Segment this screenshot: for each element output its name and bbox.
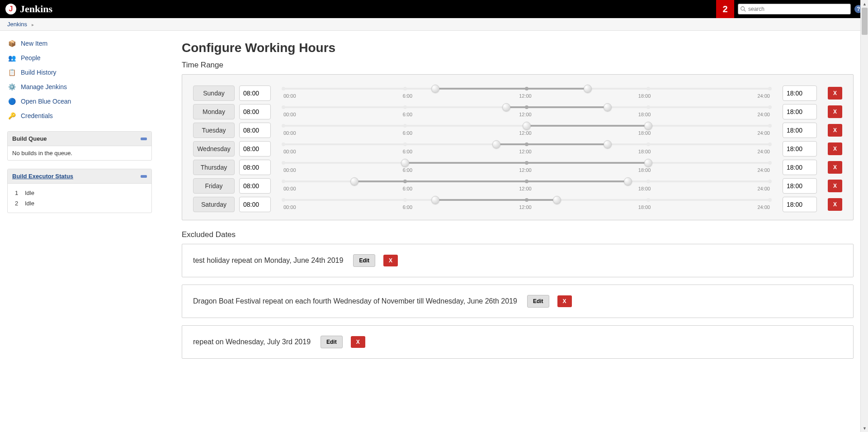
end-time-input[interactable] [783,104,817,119]
delete-button[interactable]: X [828,142,842,155]
scroll-thumb[interactable] [862,8,868,35]
time-slider[interactable]: 00:006:0012:0018:0024:00 [283,122,770,138]
slider-handle-end[interactable] [604,140,612,148]
start-time-input[interactable] [239,160,271,175]
search-box[interactable] [738,4,851,14]
breadcrumb-root[interactable]: Jenkins [7,21,27,28]
sidebar-item-new-item[interactable]: 📦New Item [7,36,152,51]
executor-title[interactable]: Build Executor Status [12,173,73,180]
end-time-input[interactable] [783,141,817,157]
credentials-icon: 🔑 [7,111,16,120]
slider-tick-label: 24:00 [757,149,770,154]
delete-button[interactable]: X [828,180,842,192]
collapse-icon[interactable] [141,175,147,178]
time-slider[interactable]: 00:006:0012:0018:0024:00 [283,85,770,101]
delete-button[interactable]: X [828,198,842,211]
slider-handle-end[interactable] [604,103,612,111]
sidebar-item-people[interactable]: 👥People [7,51,152,65]
delete-button[interactable]: X [557,295,572,307]
slider-handle-end[interactable] [624,177,632,185]
build-queue-title: Build Queue [12,135,47,142]
slider-handle-start[interactable] [523,122,531,130]
slider-handle-start[interactable] [492,140,500,148]
sidebar-item-label: Open Blue Ocean [21,98,71,105]
build-history-icon: 📋 [7,68,16,77]
delete-button[interactable]: X [351,336,365,348]
excluded-date-text: repeat on Wednesday, July 3rd 2019 [193,338,311,346]
day-row: Monday 00:006:0012:0018:0024:00 X [193,102,842,121]
delete-button[interactable]: X [828,87,842,100]
breadcrumb: Jenkins ▸ [0,18,868,31]
end-time-input[interactable] [783,85,817,101]
scroll-up-icon[interactable]: ▲ [861,0,868,8]
excluded-date-item: Dragon Boat Festival repeat on each four… [182,285,854,318]
slider-handle-end[interactable] [553,196,561,204]
slider-tick-label: 18:00 [638,167,651,173]
slider-handle-end[interactable] [584,85,592,93]
slider-handle-end[interactable] [644,159,652,167]
slider-tick-label: 6:00 [403,186,412,191]
brand[interactable]: J Jenkins [5,3,52,15]
start-time-input[interactable] [239,85,271,101]
end-time-input[interactable] [783,123,817,138]
slider-handle-start[interactable] [431,85,439,93]
start-time-input[interactable] [239,178,271,194]
slider-tick-label: 24:00 [757,112,770,117]
edit-button[interactable]: Edit [527,295,549,308]
slider-tick-label: 24:00 [757,93,770,99]
slider-tick-label: 18:00 [638,186,651,191]
manage-jenkins-icon: ⚙️ [7,82,16,91]
start-time-input[interactable] [239,104,271,119]
slider-tick-label: 6:00 [403,93,412,99]
time-range-box: Sunday 00:006:0012:0018:0024:00 X Monday… [182,74,854,220]
scrollbar[interactable]: ▲ ▼ [860,0,868,384]
end-time-input[interactable] [783,160,817,175]
notification-badge[interactable]: 2 [716,0,734,18]
slider-tick-label: 00:00 [283,130,296,136]
time-slider[interactable]: 00:006:0012:0018:0024:00 [283,196,770,213]
slider-handle-start[interactable] [431,196,439,204]
time-slider[interactable]: 00:006:0012:0018:0024:00 [283,104,770,120]
delete-button[interactable]: X [828,105,842,118]
start-time-input[interactable] [239,123,271,138]
delete-button[interactable]: X [383,255,398,266]
slider-handle-start[interactable] [401,159,409,167]
time-slider[interactable]: 00:006:0012:0018:0024:00 [283,141,770,157]
slider-tick-label: 6:00 [403,167,412,173]
slider-handle-end[interactable] [644,122,652,130]
svg-point-0 [741,7,745,10]
sidebar-item-label: People [21,54,41,62]
search-icon [740,6,746,12]
day-row: Friday 00:006:0012:0018:0024:00 X [193,176,842,195]
slider-tick-label: 24:00 [757,130,770,136]
slider-handle-start[interactable] [350,177,359,185]
time-slider[interactable]: 00:006:0012:0018:0024:00 [283,178,770,194]
start-time-input[interactable] [239,197,271,212]
excluded-date-item: repeat on Wednesday, July 3rd 2019 Edit … [182,325,854,359]
sidebar-item-credentials[interactable]: 🔑Credentials [7,109,152,123]
delete-button[interactable]: X [828,161,842,174]
time-slider[interactable]: 00:006:0012:0018:0024:00 [283,159,770,176]
slider-tick-label: 18:00 [638,93,651,99]
collapse-icon[interactable] [141,138,147,140]
sidebar-item-open-blue-ocean[interactable]: 🔵Open Blue Ocean [7,94,152,109]
sidebar-item-manage-jenkins[interactable]: ⚙️Manage Jenkins [7,80,152,94]
start-time-input[interactable] [239,141,271,157]
sidebar: 📦New Item👥People📋Build History⚙️Manage J… [0,31,159,384]
day-label: Sunday [193,85,235,101]
slider-handle-start[interactable] [502,103,510,111]
slider-tick-label: 18:00 [638,149,651,154]
sidebar-item-build-history[interactable]: 📋Build History [7,65,152,80]
search-input[interactable] [748,6,849,12]
day-row: Saturday 00:006:0012:0018:0024:00 X [193,195,842,214]
edit-button[interactable]: Edit [353,254,375,267]
slider-tick-label: 00:00 [283,167,296,173]
slider-tick-label: 18:00 [638,130,651,136]
brand-title: Jenkins [20,3,52,15]
delete-button[interactable]: X [828,124,842,137]
excluded-dates-label: Excluded Dates [182,230,854,239]
edit-button[interactable]: Edit [321,336,343,348]
end-time-input[interactable] [783,178,817,194]
end-time-input[interactable] [783,197,817,212]
slider-tick-label: 6:00 [403,149,412,154]
